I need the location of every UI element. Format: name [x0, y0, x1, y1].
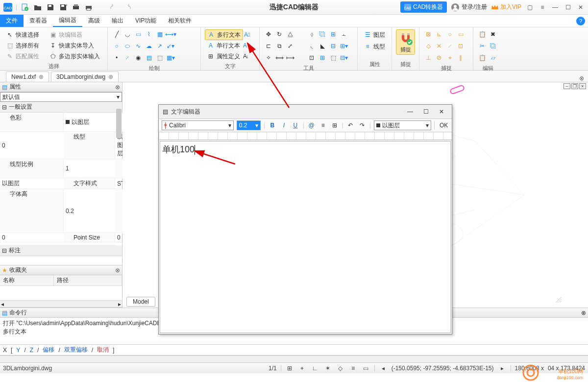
ellipse-icon[interactable]: ⬭	[122, 41, 132, 51]
text-edit-icon[interactable]: A✎	[243, 42, 252, 49]
panel-close-icon[interactable]: ⊗	[581, 310, 586, 316]
break-icon[interactable]: ⊟	[328, 41, 338, 51]
dialog-close-icon[interactable]: ✕	[435, 108, 448, 115]
lengthen-icon[interactable]: ⟼	[285, 53, 295, 63]
match-props[interactable]: ✎匹配属性	[4, 51, 41, 62]
menu-related[interactable]: 相关软件	[162, 15, 197, 27]
printer-icon[interactable]	[84, 2, 94, 12]
text-editor-ruler[interactable]	[159, 132, 452, 140]
snap-near-icon[interactable]: ⌖	[445, 53, 455, 63]
menu-advanced[interactable]: 高级	[82, 15, 106, 27]
underline-button[interactable]: U	[291, 121, 300, 130]
close-icon[interactable]: ✕	[576, 4, 585, 11]
sb-grid-icon[interactable]: ⊞	[285, 364, 294, 372]
stretch-icon[interactable]: ⟺	[274, 53, 284, 63]
fontsize-combo[interactable]: 0.2▾	[237, 120, 261, 130]
minimize-icon[interactable]: —	[551, 4, 560, 11]
array-icon[interactable]: ⊞	[328, 29, 338, 39]
fav-col-path[interactable]: 路径	[54, 275, 122, 286]
region-icon[interactable]: ▤	[144, 53, 154, 63]
redo-button[interactable]: ↷	[358, 121, 367, 130]
sb-ortho-icon[interactable]: ∟	[311, 364, 319, 372]
prop-val[interactable]: 以图层	[0, 178, 64, 189]
menu-file[interactable]: 文件	[0, 15, 24, 27]
open-icon[interactable]	[33, 2, 43, 12]
fillet-icon[interactable]: ◟	[307, 41, 317, 51]
import-solid[interactable]: ↧快速实体导入	[47, 40, 96, 51]
layer-button[interactable]: ☰图层	[362, 29, 387, 40]
tabs-close-all-icon[interactable]: ⊗	[579, 75, 584, 82]
saveas-icon[interactable]: +	[58, 2, 68, 12]
menu-icon[interactable]: ≡	[538, 4, 547, 11]
chamfer-icon[interactable]: ◣	[318, 41, 327, 51]
cmd-z-link[interactable]: Z	[30, 347, 33, 354]
redo-icon[interactable]	[122, 2, 132, 12]
snap-mid-icon[interactable]: ⊾	[434, 29, 444, 39]
text-editor-titlebar[interactable]: ▤ 文字编辑器 — ☐ ✕	[159, 105, 452, 119]
cut-icon[interactable]: ✂	[477, 41, 487, 51]
rect-icon[interactable]: ▭	[133, 29, 143, 39]
tool-b-icon[interactable]: ⊞	[318, 53, 327, 63]
explode-icon[interactable]: ✧	[264, 53, 273, 63]
resize-grip-icon[interactable]	[555, 296, 562, 303]
sb-polar-icon[interactable]: ✶	[323, 364, 332, 372]
tool-c-icon[interactable]: ⬚	[328, 53, 338, 63]
model-tab[interactable]: Model	[126, 297, 155, 307]
bold-button[interactable]: B	[268, 121, 277, 130]
ray-icon[interactable]: ↗	[155, 41, 165, 51]
prop-val[interactable]: 0	[0, 132, 64, 159]
sb-next-icon[interactable]: ▸	[498, 364, 507, 372]
pasteblock-icon[interactable]: 📋	[477, 53, 487, 63]
text-editor-body[interactable]: 单机100	[160, 141, 451, 333]
poly-solid[interactable]: ⬠多边形实体输入	[47, 51, 102, 62]
polyline-icon[interactable]: ⌇	[144, 29, 154, 39]
sb-lwt-icon[interactable]: ≡	[349, 364, 358, 372]
menu-output[interactable]: 输出	[106, 15, 129, 27]
cad-converter-button[interactable]: CAD CAD转换器	[400, 1, 447, 13]
at-button[interactable]: @	[307, 121, 316, 130]
arc-icon[interactable]: ◡	[122, 29, 132, 39]
donut-icon[interactable]: ◉	[133, 53, 143, 63]
hatch-icon[interactable]: ▦	[155, 29, 165, 39]
snap-ext-icon[interactable]: ⟋	[445, 41, 455, 51]
cmd-offset-link[interactable]: 偏移	[43, 346, 54, 354]
scale-icon[interactable]: ⤢	[285, 41, 295, 51]
login-button[interactable]: 登录/注册	[451, 3, 487, 12]
offset-icon[interactable]: ⧉	[274, 41, 284, 51]
font-combo[interactable]: ǂCalibri▾	[162, 120, 234, 130]
insert-button[interactable]: ⊞	[330, 121, 339, 130]
prop-group-dim[interactable]: ⊟标注	[0, 245, 122, 256]
snap-par-icon[interactable]: ∥	[456, 53, 466, 63]
quick-select[interactable]: ↖快速选择	[4, 29, 41, 40]
tab-lamborgini[interactable]: 3DLamborgini.dwg⊗	[51, 72, 119, 82]
tab-close-icon[interactable]: ⊗	[39, 73, 44, 80]
fav-col-name[interactable]: 名称	[0, 275, 54, 286]
snap-ins-icon[interactable]: ⊡	[456, 41, 466, 51]
align-icon[interactable]: ⫠	[339, 29, 349, 39]
menu-viewer[interactable]: 查看器	[24, 15, 53, 27]
text-style-icon[interactable]: Aͯ	[244, 31, 250, 38]
cmd-cancel-link[interactable]: 取消	[97, 346, 109, 354]
leader-icon[interactable]: ↙▾	[166, 41, 175, 51]
trim-icon[interactable]: ⎀	[307, 29, 317, 39]
fav-hscroll[interactable]: ◂▸	[0, 300, 122, 307]
point-icon[interactable]: •	[112, 53, 122, 63]
prop-val[interactable]: 1	[64, 159, 115, 178]
snap-node-icon[interactable]: ▭	[456, 29, 466, 39]
print-icon[interactable]	[71, 2, 81, 12]
maximize-icon[interactable]: ☐	[564, 4, 572, 11]
move-icon[interactable]: ✥	[264, 29, 273, 39]
mirror-icon[interactable]: ⧋	[285, 29, 295, 39]
text-find-icon[interactable]: Aᵢ	[243, 53, 248, 60]
circle-icon[interactable]: ○	[112, 41, 122, 51]
tool-d-icon[interactable]: ⊟▾	[339, 53, 349, 63]
cloud-icon[interactable]: ☁	[144, 41, 154, 51]
line-icon[interactable]: ╱	[112, 29, 122, 39]
rotate-icon[interactable]: ↻	[274, 29, 284, 39]
snap-qua-icon[interactable]: ◇	[423, 41, 433, 51]
erase-icon[interactable]: ▱	[488, 53, 498, 63]
paste-icon[interactable]: 📋	[477, 29, 487, 39]
sb-model-icon[interactable]: ▭	[362, 364, 370, 372]
table-icon[interactable]: ▦▾	[166, 53, 175, 63]
new-icon[interactable]: +	[20, 2, 30, 12]
